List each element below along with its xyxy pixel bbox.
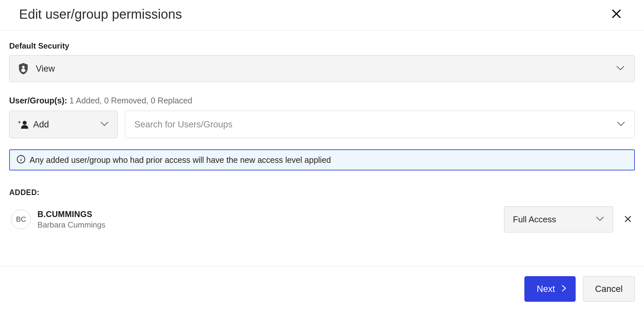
cancel-button[interactable]: Cancel	[583, 276, 635, 302]
chevron-down-icon	[616, 65, 625, 72]
chevron-down-icon	[100, 121, 109, 128]
user-text: B.CUMMINGS Barbara Cummings	[37, 209, 504, 230]
chevron-down-icon	[596, 216, 604, 223]
add-user-icon: +	[17, 119, 31, 130]
default-security-label: Default Security	[9, 41, 635, 51]
dialog-body: Default Security View User/Group(s): 1 A…	[0, 31, 644, 232]
svg-point-4	[23, 121, 27, 125]
add-search-row: + Add	[9, 111, 635, 138]
info-text: Any added user/group who had prior acces…	[30, 155, 331, 165]
access-level-select[interactable]: Full Access	[504, 206, 613, 232]
close-icon	[611, 15, 622, 20]
svg-text:+: +	[18, 120, 21, 125]
svg-point-7	[21, 157, 21, 158]
add-button[interactable]: + Add	[9, 111, 118, 138]
added-heading: ADDED:	[9, 188, 635, 197]
next-button-label: Next	[537, 284, 555, 294]
chevron-right-icon	[562, 284, 566, 294]
dialog-title: Edit user/group permissions	[19, 7, 182, 22]
user-group-count: 1 Added, 0 Removed, 0 Replaced	[69, 96, 192, 105]
dialog-footer: Next Cancel	[0, 266, 644, 302]
shield-icon	[17, 62, 29, 75]
added-user-row: BC B.CUMMINGS Barbara Cummings Full Acce…	[9, 206, 635, 232]
info-banner: Any added user/group who had prior acces…	[9, 149, 635, 170]
default-security-select[interactable]: View	[9, 55, 635, 82]
search-field[interactable]	[125, 111, 635, 138]
dialog-header: Edit user/group permissions	[0, 0, 644, 31]
add-button-label: Add	[33, 120, 100, 130]
next-button[interactable]: Next	[524, 276, 576, 302]
svg-point-2	[22, 66, 25, 69]
avatar: BC	[11, 209, 31, 229]
info-icon	[16, 155, 26, 165]
chevron-down-icon	[617, 121, 625, 128]
close-button[interactable]	[609, 6, 624, 23]
user-id: B.CUMMINGS	[37, 209, 504, 219]
close-icon	[624, 219, 632, 224]
access-level-value: Full Access	[513, 214, 596, 225]
user-group-label: User/Group(s):	[9, 96, 67, 105]
cancel-button-label: Cancel	[595, 284, 623, 294]
remove-user-button[interactable]	[621, 212, 635, 227]
default-security-value: View	[36, 64, 616, 74]
user-full-name: Barbara Cummings	[37, 220, 504, 230]
user-group-summary: User/Group(s): 1 Added, 0 Removed, 0 Rep…	[9, 96, 635, 105]
search-input[interactable]	[134, 120, 617, 130]
